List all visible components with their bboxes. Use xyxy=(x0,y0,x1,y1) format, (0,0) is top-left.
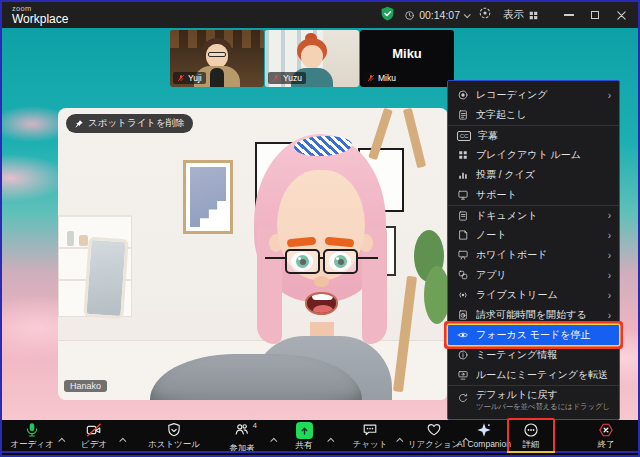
menu-item-stop-focus-mode[interactable]: フォーカス モードを停止 xyxy=(448,325,619,345)
close-button[interactable] xyxy=(608,2,634,28)
video-button[interactable]: ビデオ xyxy=(70,422,118,451)
menu-item-recording[interactable]: レコーディング › xyxy=(448,85,619,105)
close-icon xyxy=(616,10,627,21)
avatar-glasses xyxy=(208,52,226,57)
participant-name: Yuji xyxy=(188,73,202,83)
menu-item-livestream[interactable]: ライブストリーム › xyxy=(448,285,619,305)
title-bar: zoom Workplace 00:14:07 表示 xyxy=(2,2,638,28)
maximize-button[interactable] xyxy=(582,2,608,28)
picture-frame-decor xyxy=(183,160,233,234)
info-icon xyxy=(457,349,469,361)
reset-default-hint: ツールバーを並べ替えるにはドラッグします xyxy=(476,402,611,411)
menu-item-captions[interactable]: CC 字幕 xyxy=(448,125,619,145)
chat-options-chevron[interactable] xyxy=(398,429,403,447)
audio-button[interactable]: オーディオ xyxy=(8,422,56,451)
transfer-meeting-icon xyxy=(457,369,469,381)
muted-mic-icon xyxy=(177,74,185,82)
menu-item-transfer-meeting[interactable]: ルームにミーティングを転送 xyxy=(448,365,619,385)
ladder-decor xyxy=(403,108,426,168)
video-thumbnails-strip: Yuji Yuzu Miku Miku xyxy=(170,30,454,87)
submenu-arrow-icon: › xyxy=(608,230,611,241)
submenu-arrow-icon: › xyxy=(608,250,611,261)
avatar-mouth xyxy=(305,292,338,315)
submenu-arrow-icon: › xyxy=(608,210,611,221)
view-label: 表示 xyxy=(503,8,524,22)
muted-mic-icon xyxy=(272,74,280,82)
muted-mic-icon xyxy=(367,74,375,82)
more-ellipsis-icon xyxy=(523,422,539,438)
spotlight-pin-icon xyxy=(74,119,84,129)
menu-item-whiteboard[interactable]: ホワイトボード › xyxy=(448,245,619,265)
menu-item-notes[interactable]: ノート › xyxy=(448,225,619,245)
participant-name-label: Miku xyxy=(363,72,400,84)
share-options-chevron[interactable] xyxy=(329,429,334,447)
chat-icon xyxy=(362,422,378,438)
grid-view-icon xyxy=(528,10,539,21)
participant-name-label: Yuji xyxy=(173,72,206,84)
video-off-icon xyxy=(86,422,102,438)
avatar-face xyxy=(301,45,323,68)
cc-icon: CC xyxy=(457,131,471,141)
zoom-workplace-logo: zoom Workplace xyxy=(12,5,68,26)
main-video-hanako[interactable]: スポットライトを削除 Hanako xyxy=(58,108,448,400)
logo-top-text: zoom xyxy=(12,5,68,13)
participant-name-label: Hanako xyxy=(64,380,107,392)
more-options-menu: レコーディング › 文字起こし CC 字幕 ブレイクアウト ルーム 投票 / ク… xyxy=(447,80,620,420)
logo-bottom-text: Workplace xyxy=(12,13,68,25)
submenu-arrow-icon: › xyxy=(608,290,611,301)
share-screen-icon xyxy=(296,422,313,439)
avatar-glasses xyxy=(357,257,378,259)
meeting-toolbar: オーディオ ビデオ ホストツール 4 参加者 共有 xyxy=(2,420,638,451)
menu-item-billable-time[interactable]: 請求可能時間を開始する › xyxy=(448,305,619,325)
shield-icon xyxy=(166,422,182,438)
avatar-glasses xyxy=(265,257,286,259)
participants-options-chevron[interactable] xyxy=(272,429,277,447)
avatar-nose xyxy=(314,276,329,287)
video-options-chevron[interactable] xyxy=(121,429,126,447)
menu-item-apps[interactable]: アプリ › xyxy=(448,265,619,285)
notes-icon xyxy=(457,229,469,241)
menu-item-transcription[interactable]: 文字起こし xyxy=(448,105,619,125)
video-thumbnail-yuzu[interactable]: Yuzu xyxy=(265,30,359,87)
avatar-glasses xyxy=(323,249,358,274)
share-button[interactable]: 共有 xyxy=(284,422,324,452)
audio-options-chevron[interactable] xyxy=(60,429,65,447)
polls-icon xyxy=(457,169,469,181)
video-thumbnail-miku[interactable]: Miku Miku xyxy=(360,30,454,87)
menu-item-support[interactable]: サポート xyxy=(448,185,619,205)
meeting-timer[interactable]: 00:14:07 xyxy=(404,9,469,21)
video-thumbnail-yuji[interactable]: Yuji xyxy=(170,30,264,87)
maximize-icon xyxy=(591,11,599,19)
livestream-icon xyxy=(457,289,469,301)
menu-item-polls[interactable]: 投票 / クイズ xyxy=(448,165,619,185)
end-button[interactable]: 終了 xyxy=(584,422,628,451)
participant-name-label: Yuzu xyxy=(268,72,306,84)
submenu-arrow-icon: › xyxy=(608,90,611,101)
security-shield-icon[interactable] xyxy=(380,6,395,25)
menu-item-meeting-info[interactable]: ミーティング情報 xyxy=(448,345,619,365)
avatar-glasses xyxy=(318,257,325,259)
meeting-canvas: Yuji Yuzu Miku Miku xyxy=(2,28,638,420)
end-meeting-icon xyxy=(598,422,614,438)
more-button[interactable]: 詳細 xyxy=(510,422,552,451)
view-button[interactable]: 表示 xyxy=(503,8,539,22)
focus-indicator-icon[interactable] xyxy=(478,6,492,24)
menu-item-documents[interactable]: ドキュメント › xyxy=(448,205,619,225)
mic-icon xyxy=(24,422,40,438)
remove-spotlight-button[interactable]: スポットライトを削除 xyxy=(66,114,193,133)
chevron-down-icon xyxy=(464,11,471,18)
clock-icon xyxy=(404,10,415,21)
reset-icon xyxy=(457,392,469,404)
menu-item-reset-default[interactable]: デフォルトに戻す ツールバーを並べ替えるにはドラッグします xyxy=(448,385,619,417)
participant-name: Miku xyxy=(378,73,396,83)
chat-button[interactable]: チャット xyxy=(346,422,394,451)
document-icon xyxy=(457,210,469,222)
meeting-time-value: 00:14:07 xyxy=(419,9,460,21)
minimize-icon xyxy=(564,14,574,16)
host-tools-button[interactable]: ホストツール xyxy=(144,422,204,451)
focus-mode-eye-icon xyxy=(457,329,469,341)
menu-item-breakout-rooms[interactable]: ブレイクアウト ルーム xyxy=(448,145,619,165)
minimize-button[interactable] xyxy=(556,2,582,28)
apps-icon xyxy=(457,269,469,281)
billable-time-icon xyxy=(457,309,469,321)
